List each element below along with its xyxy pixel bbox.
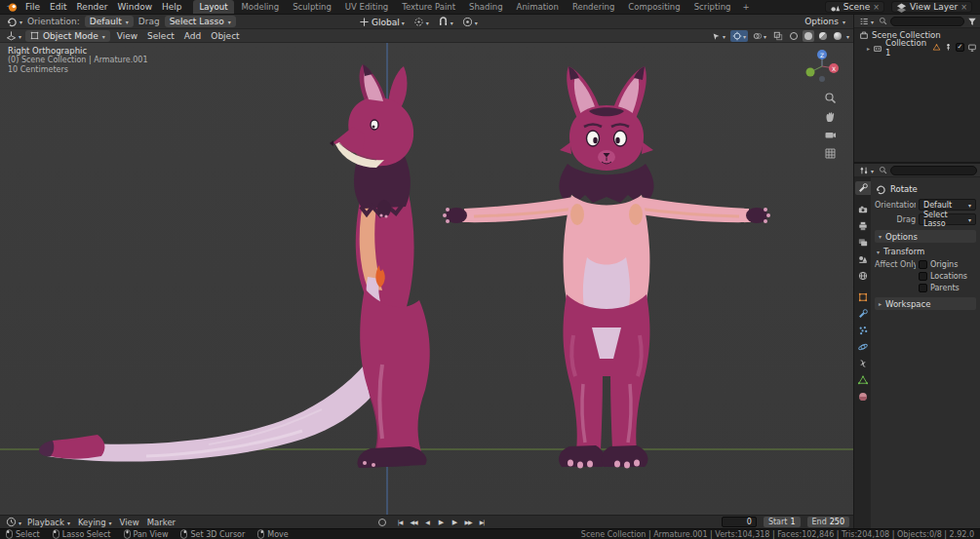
pan-hand-icon[interactable] <box>824 110 837 123</box>
menu-timeline-view[interactable]: View <box>116 518 143 527</box>
outliner-row-collection-1[interactable]: Collection 1 <box>854 41 980 54</box>
tab-scripting[interactable]: Scripting <box>687 0 738 14</box>
navigation-axis-gizmo[interactable]: Z X <box>803 47 842 86</box>
menu-marker[interactable]: Marker <box>143 518 179 527</box>
shading-solid-button[interactable] <box>803 30 814 42</box>
properties-tab-physics-icon[interactable] <box>855 340 871 354</box>
snapping-dropdown[interactable] <box>436 17 455 28</box>
timeline-editor-dropdown[interactable] <box>4 517 23 528</box>
character-front-view[interactable] <box>443 66 770 469</box>
tool-orientation-dropdown[interactable]: Default <box>919 199 976 211</box>
properties-tab-modifiers-icon[interactable] <box>855 307 871 321</box>
properties-tab-constraints-icon[interactable] <box>855 357 871 370</box>
next-keyframe-button[interactable]: ▶▶ <box>462 518 474 526</box>
shading-material-button[interactable] <box>817 30 829 42</box>
play-reverse-button[interactable]: ▶ <box>435 518 447 527</box>
gizmos-toggle[interactable] <box>730 30 748 42</box>
properties-tab-material-icon[interactable] <box>855 390 871 404</box>
menu-help[interactable]: Help <box>157 2 187 12</box>
expand-arrow-icon[interactable] <box>867 43 870 53</box>
menu-edit[interactable]: Edit <box>45 2 71 12</box>
transform-section-header[interactable]: Transform <box>875 246 976 257</box>
properties-tab-view-layer-icon[interactable] <box>855 236 871 250</box>
play-button[interactable]: ▶ <box>449 518 460 527</box>
properties-tab-render-icon[interactable] <box>855 203 871 216</box>
scene-selector[interactable]: Scene <box>825 1 884 13</box>
menu-add[interactable]: Add <box>179 31 206 41</box>
menu-object[interactable]: Object <box>206 31 244 41</box>
render-visibility-icon[interactable] <box>967 43 977 53</box>
viewport-canvas[interactable]: Right Orthographic (0) Scene Collection … <box>0 43 853 515</box>
remove-view-layer-icon[interactable] <box>960 2 967 12</box>
properties-tab-scene-icon[interactable] <box>855 252 871 266</box>
view-layer-selector[interactable]: View Layer <box>891 1 972 13</box>
orientation-dropdown[interactable]: Default <box>85 16 134 27</box>
menu-keying[interactable]: Keying <box>74 518 116 527</box>
tab-compositing[interactable]: Compositing <box>621 0 686 14</box>
proportional-editing-dropdown[interactable] <box>460 17 480 28</box>
unlink-scene-icon[interactable] <box>873 2 880 12</box>
drag-dropdown[interactable]: Select Lasso <box>165 16 236 27</box>
tab-sculpting[interactable]: Sculpting <box>286 0 338 14</box>
zoom-icon[interactable] <box>824 92 837 104</box>
editor-type-dropdown[interactable] <box>4 30 23 42</box>
menu-view[interactable]: View <box>112 31 142 41</box>
properties-tab-particles-icon[interactable] <box>855 324 871 337</box>
status-bar: Select Lasso Select Pan View Set 3D Curs… <box>0 528 980 539</box>
camera-view-icon[interactable] <box>824 129 837 141</box>
properties-tab-world-icon[interactable] <box>855 269 871 283</box>
character-side-view[interactable] <box>39 64 430 468</box>
properties-tab-output-icon[interactable] <box>855 219 871 233</box>
properties-tab-object-icon[interactable] <box>855 290 871 304</box>
outliner-search-input[interactable] <box>890 17 964 26</box>
shading-wireframe-button[interactable] <box>788 30 800 42</box>
frame-start-field[interactable]: Start 1 <box>764 517 801 527</box>
tab-shading[interactable]: Shading <box>462 0 510 14</box>
auto-keying-record-button[interactable] <box>378 519 386 526</box>
current-frame-field[interactable]: 0 <box>722 517 757 527</box>
options-dropdown[interactable]: Options <box>801 17 849 26</box>
drag-label: Drag <box>875 215 916 224</box>
previous-frame-button[interactable]: ◀ <box>421 518 433 526</box>
filter-icon[interactable] <box>967 17 977 26</box>
menu-render[interactable]: Render <box>72 2 113 12</box>
tab-layout[interactable]: Layout <box>193 0 235 14</box>
tab-rendering[interactable]: Rendering <box>566 0 621 14</box>
menu-window[interactable]: Window <box>113 2 158 12</box>
tool-drag-dropdown[interactable]: Select Lasso <box>919 213 976 225</box>
menu-file[interactable]: File <box>20 2 45 12</box>
collection-checkbox[interactable] <box>956 43 964 52</box>
shading-rendered-button[interactable] <box>832 30 843 42</box>
properties-tab-tool-icon[interactable] <box>855 181 871 195</box>
blender-logo-icon[interactable] <box>5 0 19 14</box>
outliner-editor-dropdown[interactable] <box>857 16 876 27</box>
transform-orientation-dropdown[interactable]: Global <box>357 17 407 28</box>
add-workspace-button[interactable]: + <box>737 2 754 12</box>
mode-dropdown[interactable]: Object Mode <box>25 30 110 42</box>
menu-playback[interactable]: Playback <box>23 518 74 527</box>
shading-options-chevron-icon[interactable] <box>846 31 849 41</box>
menu-select[interactable]: Select <box>142 31 179 41</box>
tab-animation[interactable]: Animation <box>510 0 566 14</box>
pivot-point-dropdown[interactable] <box>412 17 431 28</box>
frame-end-field[interactable]: End 250 <box>807 517 849 527</box>
workspace-section-header[interactable]: Workspace <box>875 297 976 310</box>
parents-checkbox[interactable] <box>919 284 927 292</box>
options-section-header[interactable]: Options <box>875 230 976 243</box>
toggle-ortho-grid-icon[interactable] <box>824 147 837 160</box>
tab-modeling[interactable]: Modeling <box>234 0 286 14</box>
jump-to-start-button[interactable]: |◀ <box>394 518 406 526</box>
tab-texture-paint[interactable]: Texture Paint <box>395 0 462 14</box>
previous-keyframe-button[interactable]: ◀◀ <box>408 518 419 526</box>
properties-tab-object-data-icon[interactable] <box>855 373 871 387</box>
xray-toggle[interactable] <box>771 30 785 42</box>
origins-checkbox[interactable] <box>919 260 927 269</box>
properties-search-input[interactable] <box>890 166 977 175</box>
overlays-toggle[interactable] <box>751 30 768 42</box>
object-visibility-dropdown[interactable] <box>710 30 727 42</box>
tab-uv-editing[interactable]: UV Editing <box>338 0 395 14</box>
active-tool-dropdown[interactable] <box>4 16 24 27</box>
locations-checkbox[interactable] <box>919 272 927 281</box>
jump-to-end-button[interactable]: ▶| <box>476 518 488 526</box>
properties-editor-dropdown[interactable] <box>857 165 876 176</box>
